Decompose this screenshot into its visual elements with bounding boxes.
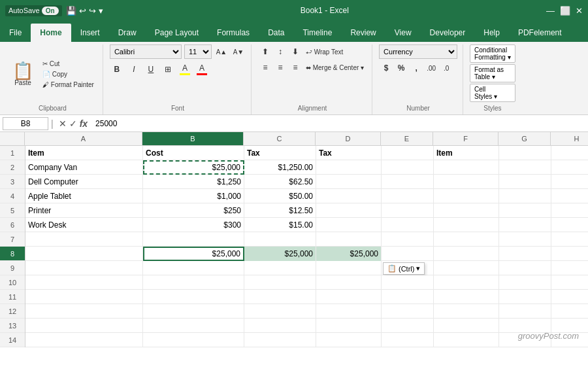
align-middle-btn[interactable]: ↕ (273, 44, 287, 59)
cell-d12[interactable] (316, 304, 382, 319)
increase-decimal-btn[interactable]: .0 (439, 61, 453, 75)
cell-d3[interactable] (316, 175, 382, 189)
cell-h5[interactable] (551, 203, 588, 218)
cell-c11[interactable] (244, 290, 316, 304)
cell-b9[interactable] (143, 261, 244, 275)
cell-f6[interactable] (434, 218, 499, 232)
cell-d6[interactable] (316, 218, 382, 232)
cell-h9[interactable] (551, 261, 588, 275)
cell-a7[interactable] (25, 232, 143, 247)
cell-f12[interactable] (434, 304, 499, 319)
cell-c12[interactable] (244, 304, 316, 319)
autosave-toggle[interactable]: On (42, 7, 59, 15)
col-header-c[interactable]: C (244, 132, 316, 145)
cell-f2[interactable] (434, 160, 499, 175)
cell-a8[interactable] (25, 247, 143, 261)
cell-e9[interactable]: 📋 (Ctrl) ▾ (382, 261, 434, 275)
merge-center-btn[interactable]: ⬌ Merge & Center ▾ (303, 60, 367, 75)
dollar-btn[interactable]: $ (379, 61, 393, 75)
font-color-button[interactable]: A (195, 62, 209, 77)
cell-b12[interactable] (143, 304, 244, 319)
cell-f7[interactable] (434, 232, 499, 247)
cell-a6[interactable]: Work Desk (25, 218, 143, 232)
decrease-decimal-btn[interactable]: .00 (424, 61, 438, 75)
cell-b4[interactable]: $1,000 (143, 189, 244, 203)
cell-c14[interactable] (244, 333, 316, 347)
cell-e4[interactable] (382, 189, 434, 203)
row-num-3[interactable]: 3 (0, 175, 25, 189)
cell-a13[interactable] (25, 319, 143, 333)
minimize-icon[interactable]: — (546, 6, 555, 16)
cell-b6[interactable]: $300 (143, 218, 244, 232)
cell-b13[interactable] (143, 319, 244, 333)
tab-insert[interactable]: Insert (71, 24, 109, 42)
cell-f9[interactable] (434, 261, 499, 275)
row-num-11[interactable]: 11 (0, 290, 25, 304)
cell-g13[interactable] (499, 319, 551, 333)
conditional-formatting-btn[interactable]: ConditionalFormatting ▾ (470, 44, 515, 63)
maximize-icon[interactable]: ⬜ (560, 6, 570, 16)
cell-g2[interactable] (499, 160, 551, 175)
cell-e2[interactable] (382, 160, 434, 175)
row-num-10[interactable]: 10 (0, 275, 25, 290)
tab-view[interactable]: View (385, 24, 421, 42)
cell-c2[interactable]: $1,250.00 (244, 160, 316, 175)
cell-e8[interactable] (382, 247, 434, 261)
save-icon[interactable]: 💾 (66, 6, 76, 16)
cell-c7[interactable] (244, 232, 316, 247)
bold-button[interactable]: B (110, 62, 124, 77)
undo-icon[interactable]: ↩ (79, 6, 86, 16)
cell-a5[interactable]: Printer (25, 203, 143, 218)
cell-f5[interactable] (434, 203, 499, 218)
cell-a9[interactable] (25, 261, 143, 275)
tab-draw[interactable]: Draw (109, 24, 146, 42)
cell-e7[interactable] (382, 232, 434, 247)
col-header-b[interactable]: B (142, 132, 244, 145)
cell-d10[interactable] (316, 275, 382, 290)
paste-button[interactable]: 📋 Paste (8, 60, 38, 88)
cut-button[interactable]: ✂ Cut (39, 59, 97, 69)
cell-e5[interactable] (382, 203, 434, 218)
tab-review[interactable]: Review (341, 24, 385, 42)
cell-g4[interactable] (499, 189, 551, 203)
tab-developer[interactable]: Developer (421, 24, 475, 42)
cell-d9[interactable] (316, 261, 382, 275)
cell-h14[interactable] (551, 333, 588, 347)
cell-c10[interactable] (244, 275, 316, 290)
cell-h6[interactable] (551, 218, 588, 232)
cell-g5[interactable] (499, 203, 551, 218)
align-right-btn[interactable]: ≡ (288, 60, 302, 75)
cell-b3[interactable]: $1,250 (143, 175, 244, 189)
cell-a3[interactable]: Dell Computer (25, 175, 143, 189)
cell-d14[interactable] (316, 333, 382, 347)
row-num-2[interactable]: 2 (0, 160, 25, 175)
formula-input[interactable] (93, 117, 585, 130)
cell-d13[interactable] (316, 319, 382, 333)
autosave-label[interactable]: AutoSave On (5, 5, 62, 16)
cell-f1[interactable]: Item (434, 146, 499, 160)
cell-d11[interactable] (316, 290, 382, 304)
underline-button[interactable]: U (144, 62, 158, 77)
cell-b8[interactable]: $25,000 (143, 247, 244, 261)
tab-data[interactable]: Data (259, 24, 293, 42)
cell-b1[interactable]: Cost (143, 146, 244, 160)
border-button[interactable]: ⊞ (161, 62, 175, 77)
row-num-8[interactable]: 8 (0, 247, 25, 261)
cell-g11[interactable] (499, 290, 551, 304)
row-num-5[interactable]: 5 (0, 203, 25, 218)
font-size-select[interactable]: 11 (184, 44, 212, 59)
col-header-a[interactable]: A (25, 132, 142, 145)
row-num-1[interactable]: 1 (0, 146, 25, 160)
cell-b14[interactable] (143, 333, 244, 347)
cell-f10[interactable] (434, 275, 499, 290)
name-box[interactable]: B8 (3, 117, 48, 130)
cell-c9[interactable] (244, 261, 316, 275)
insert-function-icon[interactable]: fx (80, 118, 88, 129)
cell-e13[interactable] (382, 319, 434, 333)
cell-h8[interactable] (551, 247, 588, 261)
cell-a1[interactable]: Item (25, 146, 143, 160)
cell-d8[interactable]: $25,000 (316, 247, 382, 261)
align-bottom-btn[interactable]: ⬇ (288, 44, 302, 59)
wrap-text-btn[interactable]: ⮐ Wrap Text (303, 44, 346, 59)
tab-page-layout[interactable]: Page Layout (146, 24, 208, 42)
